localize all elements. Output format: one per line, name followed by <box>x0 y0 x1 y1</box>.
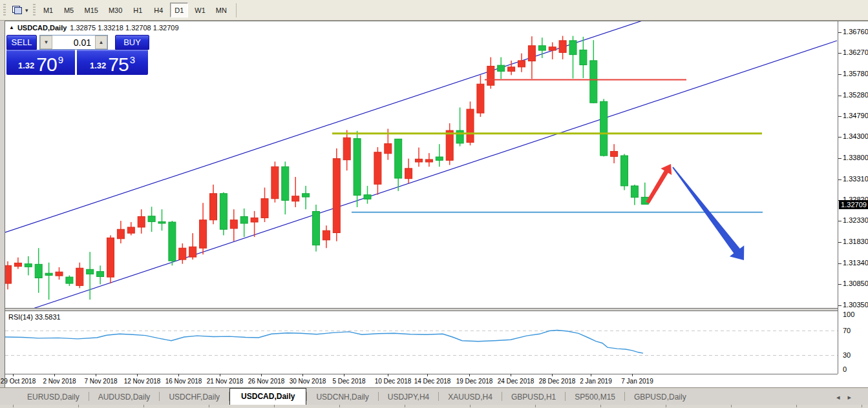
tab-scroll-right-icon[interactable]: ▸ <box>847 393 859 401</box>
timeframe-button-m30[interactable]: M30 <box>105 3 126 17</box>
candle <box>56 267 63 280</box>
timeframe-button-mn[interactable]: MN <box>212 3 231 17</box>
candle <box>127 222 134 235</box>
toolbar-grip[interactable] <box>33 4 36 17</box>
candle <box>456 107 463 146</box>
rsi-line <box>5 331 643 354</box>
tab-usdchf-daily[interactable]: USDCHF,Daily <box>160 389 229 404</box>
date-tick-label: 5 Dec 2018 <box>332 378 365 385</box>
price-tick <box>838 137 842 138</box>
tab-scroll-left-icon[interactable]: ◂ <box>836 393 848 401</box>
date-tick-label: 16 Nov 2018 <box>165 378 202 385</box>
chart-window: ▲ USDCAD,Daily 1.32875 1.33218 1.32708 1… <box>5 21 868 387</box>
bearish-arrow[interactable] <box>672 167 744 260</box>
date-tick <box>388 374 388 376</box>
timeframe-button-m5[interactable]: M5 <box>60 3 78 17</box>
window-edge-tick <box>862 405 862 407</box>
collapse-triangle-icon[interactable]: ▲ <box>9 25 14 30</box>
price-tick <box>838 96 842 96</box>
candle <box>117 221 124 243</box>
date-tick-label: 21 Nov 2018 <box>207 378 244 385</box>
buy-button[interactable]: BUY <box>115 35 149 50</box>
timeframe-button-d1[interactable]: D1 <box>170 3 188 17</box>
channel-lower[interactable] <box>33 41 837 309</box>
tab-usdcad-daily[interactable]: USDCAD,Daily <box>229 388 306 405</box>
candle <box>210 185 217 224</box>
window-bottom-edge <box>0 405 868 408</box>
volume-decrease-button[interactable]: ▼ <box>40 36 52 49</box>
window-edge-tick <box>470 405 471 407</box>
price-tick <box>838 116 842 117</box>
candle <box>364 186 371 204</box>
candle <box>436 144 443 167</box>
timeframe-button-h4[interactable]: H4 <box>149 3 167 17</box>
buy-price-display[interactable]: 1.32 75 3 <box>77 50 148 75</box>
candle <box>508 61 515 75</box>
candle <box>220 192 227 236</box>
buy-price-pip: 3 <box>130 54 135 65</box>
candle <box>138 209 145 234</box>
volume-input[interactable]: 0.01 <box>52 36 95 49</box>
candle <box>446 123 453 165</box>
price-tick <box>838 179 842 180</box>
date-tick <box>469 374 470 376</box>
price-tick <box>838 53 842 54</box>
chart-arrangement-button[interactable] <box>8 3 25 18</box>
price-tick-label: 1.31830 <box>843 238 868 245</box>
timeframe-button-m1[interactable]: M1 <box>39 3 58 17</box>
tab-usdcnh-daily[interactable]: USDCNH,Daily <box>307 389 377 404</box>
candle <box>261 188 268 222</box>
candle <box>549 43 556 59</box>
tab-xauusd-h4[interactable]: XAUUSD,H4 <box>439 389 502 404</box>
chevron-down-icon[interactable]: ▾ <box>25 7 28 14</box>
candle <box>354 131 361 207</box>
one-click-trading-panel: SELL ▼ 0.01 ▲ BUY 1.32 70 9 1.32 75 3 <box>6 35 154 75</box>
tab-gbpusd-daily[interactable]: GBPUSD,Daily <box>625 389 695 404</box>
price-tick <box>838 242 842 243</box>
price-tick-label: 1.35280 <box>843 91 868 99</box>
window-edge-tick <box>796 405 797 407</box>
candle <box>395 139 402 191</box>
chart-title: ▲ USDCAD,Daily 1.32875 1.33218 1.32708 1… <box>9 24 179 32</box>
date-tick-label: 7 Jan 2019 <box>621 378 653 385</box>
tab-usdjpy-h4[interactable]: USDJPY,H4 <box>379 389 438 404</box>
date-tick <box>54 374 55 376</box>
candle <box>179 243 186 264</box>
buy-price-main: 75 <box>108 56 128 73</box>
timeframe-button-group: M1M5M15M30H1H4D1W1MN <box>38 3 232 17</box>
tab-audusd-daily[interactable]: AUDUSD,Daily <box>89 389 160 404</box>
price-tick <box>838 221 842 221</box>
toolbar: ▾ M1M5M15M30H1H4D1W1MN <box>0 0 868 21</box>
candle <box>87 252 94 300</box>
timeframe-button-w1[interactable]: W1 <box>191 3 209 17</box>
sell-button[interactable]: SELL <box>6 35 37 50</box>
price-tick-label: 1.36760 <box>843 28 868 36</box>
tab-eurusd-daily[interactable]: EURUSD,Daily <box>18 389 89 404</box>
candle <box>528 36 535 79</box>
candle <box>25 256 32 276</box>
tab-gbpusd-h1[interactable]: GBPUSD,H1 <box>502 389 565 404</box>
date-tick-label: 10 Dec 2018 <box>375 378 412 385</box>
candle <box>518 54 525 72</box>
window-edge-tick <box>274 405 275 407</box>
rsi-scale-label: 70 <box>843 327 851 334</box>
toolbar-grip[interactable] <box>3 4 6 17</box>
price-tick-label: 1.36270 <box>843 48 868 56</box>
date-tick <box>137 374 138 376</box>
volume-increase-button[interactable]: ▲ <box>95 36 107 49</box>
candle <box>580 37 587 78</box>
candle <box>416 148 423 167</box>
tab-sp500-m15[interactable]: SP500,M15 <box>566 389 624 404</box>
rsi-indicator-canvas[interactable] <box>5 311 838 374</box>
timeframe-button-h1[interactable]: H1 <box>129 3 147 17</box>
candle <box>405 159 412 183</box>
sell-price-display[interactable]: 1.32 70 9 <box>6 50 75 75</box>
candle <box>569 36 577 79</box>
sell-price-prefix: 1.32 <box>18 61 34 70</box>
price-tick-label: 1.30350 <box>843 301 868 309</box>
date-tick-label: 28 Dec 2018 <box>539 378 576 385</box>
timeframe-button-m15[interactable]: M15 <box>81 3 102 17</box>
bullish-arrow[interactable] <box>646 164 672 204</box>
date-tick-label: 30 Nov 2018 <box>290 378 326 385</box>
window-edge-tick <box>78 405 79 407</box>
